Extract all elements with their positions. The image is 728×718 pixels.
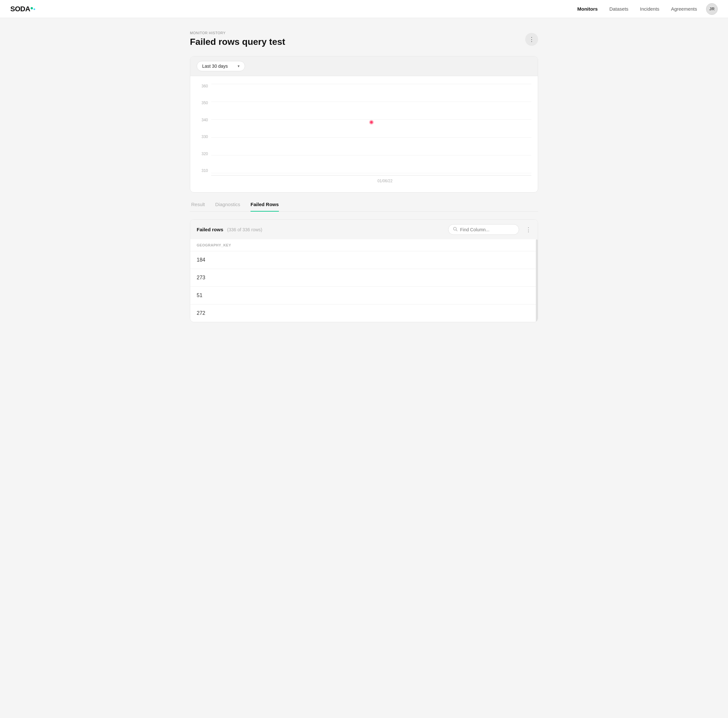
chart-grid	[211, 84, 531, 173]
y-label-360: 360	[197, 84, 208, 88]
table-header: Failed rows (336 of 336 rows) ⋮	[190, 220, 538, 239]
table-row: 272	[190, 305, 538, 322]
scrollbar[interactable]	[536, 239, 538, 322]
y-label-310: 310	[197, 168, 208, 173]
page-header: Monitor History Failed rows query test ⋮	[190, 31, 538, 47]
chart-area: 360 350 340 330 320 310	[190, 76, 538, 192]
column-header-geography-key: GEOGRAPHY_KEY	[190, 239, 538, 251]
table-row: 273	[190, 269, 538, 287]
nav-incidents[interactable]: Incidents	[640, 6, 659, 12]
svg-line-1	[456, 230, 457, 231]
tab-diagnostics[interactable]: Diagnostics	[216, 202, 240, 211]
logo-dot-green	[31, 7, 33, 9]
logo: SODA	[10, 5, 35, 13]
grid-line-6	[211, 173, 531, 173]
table-more-button[interactable]: ⋮	[526, 226, 531, 233]
search-icon	[453, 227, 457, 232]
chart-toolbar: Last 30 days ▾	[190, 57, 538, 76]
tab-result[interactable]: Result	[191, 202, 205, 211]
table-search[interactable]	[448, 224, 519, 235]
table-scroll-area: GEOGRAPHY_KEY 184 273 51 272	[190, 239, 538, 322]
logo-text: SODA	[10, 5, 30, 13]
title-block: Monitor History Failed rows query test	[190, 31, 285, 47]
chart-data-point	[369, 120, 374, 124]
row-value-272: 272	[190, 305, 538, 322]
y-label-350: 350	[197, 101, 208, 105]
row-count: (336 of 336 rows)	[227, 227, 262, 232]
table-row: 184	[190, 251, 538, 269]
table-title: Failed rows	[197, 227, 223, 232]
y-label-320: 320	[197, 152, 208, 156]
date-filter-label: Last 30 days	[202, 64, 228, 69]
nav-datasets[interactable]: Datasets	[609, 6, 629, 12]
chart-x-axis	[211, 175, 531, 176]
avatar[interactable]: JR	[706, 3, 718, 15]
header-more-button[interactable]: ⋮	[525, 33, 538, 46]
nav-links: Monitors Datasets Incidents Agreements	[577, 6, 697, 12]
chart-plot	[211, 84, 531, 173]
y-label-330: 330	[197, 135, 208, 139]
table-row: 51	[190, 287, 538, 305]
page-title: Failed rows query test	[190, 37, 285, 47]
navbar: SODA Monitors Datasets Incidents Agreeme…	[0, 0, 728, 18]
tabs: Result Diagnostics Failed Rows	[190, 202, 538, 211]
column-search-input[interactable]	[460, 227, 514, 232]
row-value-273: 273	[190, 269, 538, 287]
row-value-184: 184	[190, 251, 538, 269]
row-value-51: 51	[190, 287, 538, 305]
chart-x-label: 01/06/22	[378, 179, 393, 183]
nav-monitors[interactable]: Monitors	[577, 6, 598, 12]
tab-failed-rows[interactable]: Failed Rows	[251, 202, 279, 211]
chevron-down-icon: ▾	[238, 64, 240, 68]
chart-y-labels: 360 350 340 330 320 310	[197, 84, 208, 173]
chart-card: Last 30 days ▾ 360 350 340 330 320 310	[190, 56, 538, 193]
page-content: Monitor History Failed rows query test ⋮…	[184, 18, 544, 335]
date-filter-select[interactable]: Last 30 days ▾	[197, 61, 245, 71]
y-label-340: 340	[197, 118, 208, 122]
data-table: GEOGRAPHY_KEY 184 273 51 272	[190, 239, 538, 322]
nav-agreements[interactable]: Agreements	[671, 6, 697, 12]
breadcrumb: Monitor History	[190, 31, 285, 35]
failed-rows-table-card: Failed rows (336 of 336 rows) ⋮ GEOGRAPH…	[190, 219, 538, 322]
logo-dot-blue	[34, 8, 35, 10]
